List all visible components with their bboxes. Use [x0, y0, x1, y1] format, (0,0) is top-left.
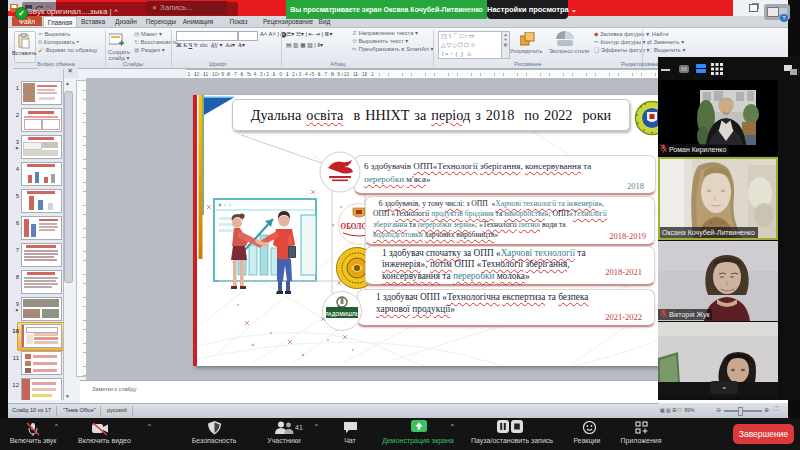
- svg-text:РАДОМИШЛЬ: РАДОМИШЛЬ: [325, 311, 359, 317]
